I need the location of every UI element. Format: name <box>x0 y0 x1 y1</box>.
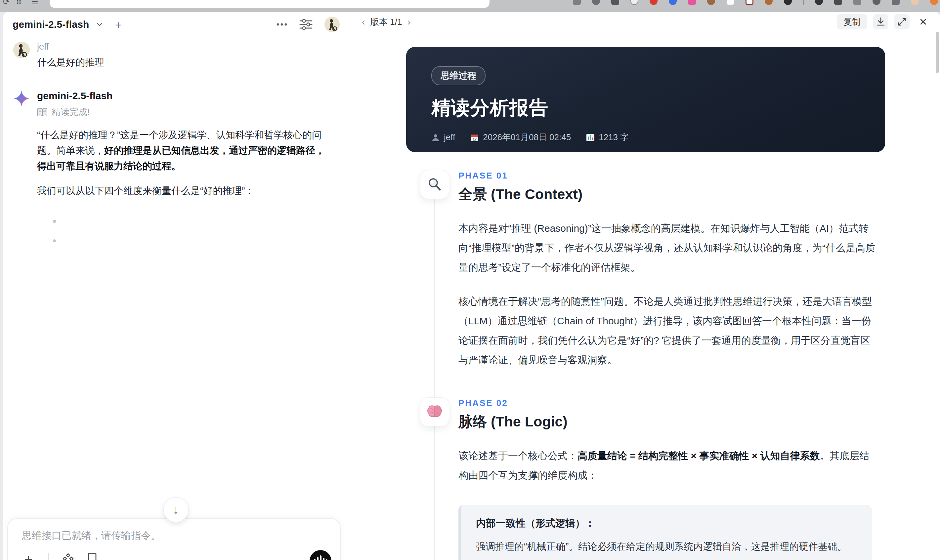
composer-divider <box>48 553 49 560</box>
menubar-icon-orange-edge[interactable] <box>930 0 938 5</box>
prev-version-button[interactable]: ‹ <box>362 17 365 27</box>
copy-button[interactable]: 复制 <box>837 14 867 29</box>
core-formula: 高质量结论 = 结构完整性 × 事实准确性 × 认知自律系数 <box>578 450 820 461</box>
logic-card-1: 内部一致性（形式逻辑）： 强调推理的“机械正确”。结论必须在给定的规则系统内逻辑… <box>458 505 872 560</box>
menubar-icon-box[interactable] <box>853 0 861 5</box>
assistant-message: gemini-2.5-flash 精读完成! “什么是好的推理？”这是一个涉及逻… <box>13 90 337 233</box>
assistant-name: gemini-2.5-flash <box>37 90 331 102</box>
voice-input-button[interactable] <box>310 550 331 560</box>
browser-menu-icon[interactable]: ☰ <box>31 0 39 6</box>
phase-2-formula-paragraph: 该论述基于一个核心公式：高质量结论 = 结构完整性 × 事实准确性 × 认知自律… <box>458 446 878 485</box>
assistant-status-text: 精读完成! <box>52 106 90 118</box>
phase-2-section: PHASE 02 脉络 (The Logic) 该论述基于一个核心公式：高质量结… <box>406 398 896 560</box>
gemini-star-icon <box>13 90 30 107</box>
menubar-avatar[interactable] <box>911 0 919 5</box>
logic-dimension-cards: 内部一致性（形式逻辑）： 强调推理的“机械正确”。结论必须在给定的规则系统内逻辑… <box>458 505 872 560</box>
browser-reload-icon[interactable]: ⟳ <box>2 0 11 6</box>
user-avatar[interactable] <box>324 17 340 32</box>
preview-header: ‹ 版本 1/1 › 复制 <box>347 12 940 32</box>
report-document[interactable]: 思维过程 精读分析报告 jeff <box>347 32 940 560</box>
menubar-icon-doc[interactable] <box>573 0 581 5</box>
user-message-text: 什么是好的推理 <box>37 56 331 69</box>
phase-1-title: 全景 (The Context) <box>458 185 896 204</box>
menubar-icon-grid[interactable] <box>892 0 900 5</box>
message-composer[interactable]: 思维接口已就绪，请传输指令。 ＋ <box>7 518 341 560</box>
browser-apps-grid-icon[interactable]: ⠿ <box>15 0 23 6</box>
composer-placeholder: 思维接口已就绪，请传输指令。 <box>22 529 161 543</box>
report-author: jeff <box>431 132 455 143</box>
report-word-count: 1213 字 <box>586 132 629 143</box>
bar-chart-icon <box>586 133 595 142</box>
logic-card-text: 强调推理的“机械正确”。结论必须在给定的规则系统内逻辑自洽，这是推理的硬件基础。 <box>476 537 857 556</box>
menubar-icon-flag[interactable] <box>834 0 842 5</box>
app-window: gemini-2.5-flash ＋ <box>3 12 940 560</box>
report-datetime: 17 17 2026年01月08日 02:45 <box>470 132 571 143</box>
menubar-status-icons <box>573 0 938 5</box>
phase-1-node <box>420 170 449 199</box>
menubar-divider <box>803 0 804 5</box>
report-badge: 思维过程 <box>431 66 485 85</box>
arrow-down-icon: ↓ <box>173 503 179 517</box>
menubar-icon-pink-app[interactable] <box>688 0 696 5</box>
menubar-icon-brown-app[interactable] <box>707 0 715 5</box>
waveform-bar <box>320 555 322 560</box>
phase-1-kicker: PHASE 01 <box>458 171 896 181</box>
person-icon <box>431 133 440 142</box>
menubar-icon-orange-app[interactable] <box>765 0 773 5</box>
report-hero-card: 思维过程 精读分析报告 jeff <box>406 47 885 152</box>
user-avatar <box>13 42 30 58</box>
tune-settings-icon[interactable] <box>299 19 313 30</box>
report-title: 精读分析报告 <box>431 95 860 121</box>
user-message: jeff 什么是好的推理 <box>13 42 337 69</box>
close-preview-button[interactable]: ✕ <box>915 14 931 29</box>
menubar-icon-pin-2[interactable] <box>815 0 823 5</box>
assistant-followup-line: 我们可以从以下四个维度来衡量什么是“好的推理”： <box>37 183 331 198</box>
scroll-to-bottom-button[interactable]: ↓ <box>163 497 188 522</box>
chat-header: gemini-2.5-flash ＋ <box>3 12 347 37</box>
assistant-intro-paragraph: “什么是好的推理？”这是一个涉及逻辑学、认知科学和哲学核心的问题。简单来说，好的… <box>37 127 331 174</box>
commands-diamond-icon[interactable] <box>62 553 74 560</box>
download-button[interactable] <box>873 14 888 29</box>
waveform-bar <box>323 558 324 560</box>
phase-2-title: 脉络 (The Logic) <box>458 412 896 431</box>
report-preview-panel: ‹ 版本 1/1 › 复制 <box>347 12 940 560</box>
expand-icon <box>897 17 907 26</box>
report-phases: PHASE 01 全景 (The Context) 本内容是对“推理 (Reas… <box>406 171 896 560</box>
menubar-icon-sync[interactable] <box>872 0 880 5</box>
book-icon <box>37 108 48 117</box>
address-bar[interactable] <box>49 0 490 8</box>
menubar-icon-audio[interactable] <box>592 0 600 5</box>
chat-panel: gemini-2.5-flash ＋ <box>3 12 347 560</box>
brain-icon <box>427 405 442 419</box>
phase-2-node <box>420 397 449 426</box>
phase-1-paragraph-2: 核心情境在于解决“思考的随意性”问题。不论是人类通过批判性思维进行决策，还是大语… <box>458 292 878 369</box>
chat-message-list[interactable]: jeff 什么是好的推理 gemini-2.5-flash <box>13 40 337 560</box>
assistant-status: 精读完成! <box>37 106 331 118</box>
model-title[interactable]: gemini-2.5-flash <box>12 19 89 30</box>
menubar-icon-white-app[interactable] <box>726 0 734 5</box>
menubar-icon-red-app[interactable] <box>650 0 658 5</box>
menubar-icon-key[interactable] <box>611 0 619 5</box>
magnifier-icon <box>427 177 442 192</box>
phase-1-section: PHASE 01 全景 (The Context) 本内容是对“推理 (Reas… <box>406 171 896 369</box>
user-name: jeff <box>37 42 331 52</box>
attach-plus-button[interactable]: ＋ <box>22 552 35 560</box>
logic-card-title: 内部一致性（形式逻辑）： <box>476 517 857 530</box>
chevron-down-icon[interactable] <box>95 20 104 29</box>
next-version-button[interactable]: › <box>407 17 410 27</box>
calendar-icon: 17 17 <box>470 133 479 142</box>
fullscreen-button[interactable] <box>894 14 909 29</box>
bookmark-icon[interactable] <box>87 553 97 560</box>
phase-2-kicker: PHASE 02 <box>458 398 896 408</box>
phase-1-paragraph-1: 本内容是对“推理 (Reasoning)”这一抽象概念的高层建模。在知识爆炸与人… <box>458 218 878 277</box>
report-meta: jeff 17 17 2026年01月08日 02:45 <box>431 132 860 143</box>
version-label: 版本 1/1 <box>370 16 402 28</box>
svg-text:17: 17 <box>473 137 477 141</box>
new-chat-button[interactable]: ＋ <box>113 19 124 30</box>
menubar-icon-darkred-app[interactable] <box>746 0 754 5</box>
menubar-icon-blue-app[interactable] <box>669 0 677 5</box>
menubar-icon-pin[interactable] <box>784 0 792 5</box>
more-options-icon[interactable] <box>276 23 287 26</box>
menubar-icon-badge[interactable] <box>630 0 638 5</box>
waveform-bar <box>317 557 319 560</box>
